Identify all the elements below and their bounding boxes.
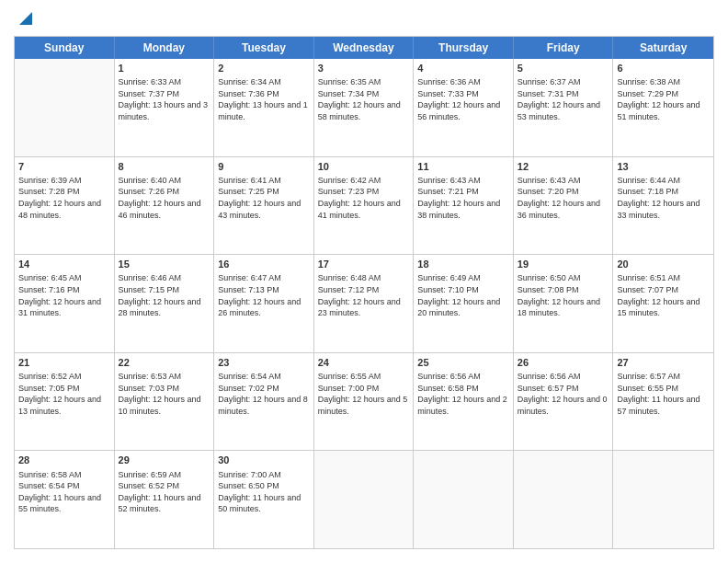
- calendar-cell: 27Sunrise: 6:57 AMSunset: 6:55 PMDayligh…: [613, 353, 713, 451]
- day-number: 24: [318, 356, 410, 369]
- calendar-row-1: 7Sunrise: 6:39 AMSunset: 7:28 PMDaylight…: [15, 157, 713, 256]
- day-number: 16: [218, 258, 310, 270]
- cell-details: Sunrise: 6:34 AMSunset: 7:36 PMDaylight:…: [218, 76, 310, 122]
- cell-details: Sunrise: 6:36 AMSunset: 7:33 PMDaylight:…: [417, 76, 509, 122]
- cell-details: Sunrise: 6:54 AMSunset: 7:02 PMDaylight:…: [218, 371, 310, 417]
- calendar-cell: 14Sunrise: 6:45 AMSunset: 7:16 PMDayligh…: [15, 255, 115, 352]
- calendar-cell: 19Sunrise: 6:50 AMSunset: 7:08 PMDayligh…: [514, 255, 614, 352]
- calendar-cell: 21Sunrise: 6:52 AMSunset: 7:05 PMDayligh…: [15, 353, 115, 451]
- day-number: 10: [318, 160, 410, 173]
- calendar-cell: 3Sunrise: 6:35 AMSunset: 7:34 PMDaylight…: [314, 59, 415, 156]
- calendar-cell: [314, 451, 415, 548]
- calendar-cell: 6Sunrise: 6:38 AMSunset: 7:29 PMDaylight…: [613, 59, 713, 156]
- calendar-body: 1Sunrise: 6:33 AMSunset: 7:37 PMDaylight…: [15, 59, 713, 548]
- day-number: 6: [617, 62, 710, 75]
- day-number: 21: [18, 356, 110, 369]
- calendar-row-2: 14Sunrise: 6:45 AMSunset: 7:16 PMDayligh…: [15, 255, 713, 353]
- calendar-row-4: 28Sunrise: 6:58 AMSunset: 6:54 PMDayligh…: [15, 451, 713, 548]
- day-number: 26: [518, 356, 609, 369]
- calendar-cell: 28Sunrise: 6:58 AMSunset: 6:54 PMDayligh…: [15, 451, 115, 548]
- calendar-cell: 2Sunrise: 6:34 AMSunset: 7:36 PMDaylight…: [214, 59, 314, 156]
- day-header-monday: Monday: [115, 37, 215, 59]
- day-number: 12: [518, 160, 609, 173]
- cell-details: Sunrise: 6:43 AMSunset: 7:21 PMDaylight:…: [417, 175, 509, 221]
- calendar-cell: [15, 59, 115, 156]
- cell-details: Sunrise: 6:33 AMSunset: 7:37 PMDaylight:…: [119, 76, 210, 122]
- calendar-row-0: 1Sunrise: 6:33 AMSunset: 7:37 PMDaylight…: [15, 59, 713, 157]
- calendar-cell: [613, 451, 713, 548]
- day-number: 29: [119, 454, 210, 466]
- cell-details: Sunrise: 6:57 AMSunset: 6:55 PMDaylight:…: [617, 371, 710, 417]
- calendar-cell: 1Sunrise: 6:33 AMSunset: 7:37 PMDaylight…: [115, 59, 215, 156]
- day-number: 7: [18, 160, 110, 173]
- day-header-wednesday: Wednesday: [314, 37, 415, 59]
- cell-details: Sunrise: 6:49 AMSunset: 7:10 PMDaylight:…: [417, 272, 509, 318]
- calendar-cell: [414, 451, 514, 548]
- cell-details: Sunrise: 6:35 AMSunset: 7:34 PMDaylight:…: [318, 76, 410, 122]
- calendar-cell: 11Sunrise: 6:43 AMSunset: 7:21 PMDayligh…: [414, 157, 514, 255]
- cell-details: Sunrise: 6:48 AMSunset: 7:12 PMDaylight:…: [318, 272, 410, 318]
- day-number: 1: [119, 62, 210, 75]
- day-number: 23: [218, 356, 310, 369]
- day-number: 17: [318, 258, 410, 270]
- calendar-cell: 29Sunrise: 6:59 AMSunset: 6:52 PMDayligh…: [115, 451, 215, 548]
- cell-details: Sunrise: 6:55 AMSunset: 7:00 PMDaylight:…: [318, 371, 410, 417]
- calendar-cell: 5Sunrise: 6:37 AMSunset: 7:31 PMDaylight…: [514, 59, 614, 156]
- day-number: 11: [417, 160, 509, 173]
- cell-details: Sunrise: 6:58 AMSunset: 6:54 PMDaylight:…: [18, 469, 110, 515]
- day-number: 19: [518, 258, 609, 270]
- calendar-cell: 10Sunrise: 6:42 AMSunset: 7:23 PMDayligh…: [314, 157, 415, 255]
- cell-details: Sunrise: 6:39 AMSunset: 7:28 PMDaylight:…: [18, 175, 110, 221]
- page: SundayMondayTuesdayWednesdayThursdayFrid…: [0, 0, 728, 563]
- calendar-cell: 18Sunrise: 6:49 AMSunset: 7:10 PMDayligh…: [414, 255, 514, 352]
- day-number: 18: [417, 258, 509, 270]
- calendar-cell: 4Sunrise: 6:36 AMSunset: 7:33 PMDaylight…: [414, 59, 514, 156]
- cell-details: Sunrise: 6:53 AMSunset: 7:03 PMDaylight:…: [119, 371, 210, 417]
- cell-details: Sunrise: 6:52 AMSunset: 7:05 PMDaylight:…: [18, 371, 110, 417]
- cell-details: Sunrise: 6:37 AMSunset: 7:31 PMDaylight:…: [518, 76, 609, 122]
- calendar-cell: 16Sunrise: 6:47 AMSunset: 7:13 PMDayligh…: [214, 255, 314, 352]
- day-number: 8: [119, 160, 210, 173]
- day-number: 20: [617, 258, 710, 270]
- day-number: 4: [417, 62, 509, 75]
- day-header-tuesday: Tuesday: [214, 37, 314, 59]
- day-number: 14: [18, 258, 110, 270]
- logo-icon: [16, 6, 36, 27]
- calendar-cell: 17Sunrise: 6:48 AMSunset: 7:12 PMDayligh…: [314, 255, 415, 352]
- cell-details: Sunrise: 6:59 AMSunset: 6:52 PMDaylight:…: [119, 469, 210, 515]
- cell-details: Sunrise: 6:40 AMSunset: 7:26 PMDaylight:…: [119, 175, 210, 221]
- calendar-cell: 30Sunrise: 7:00 AMSunset: 6:50 PMDayligh…: [214, 451, 314, 548]
- calendar-cell: [514, 451, 614, 548]
- calendar-cell: 8Sunrise: 6:40 AMSunset: 7:26 PMDaylight…: [115, 157, 215, 255]
- day-number: 30: [218, 454, 310, 466]
- calendar-cell: 24Sunrise: 6:55 AMSunset: 7:00 PMDayligh…: [314, 353, 415, 451]
- calendar: SundayMondayTuesdayWednesdayThursdayFrid…: [14, 36, 714, 549]
- cell-details: Sunrise: 6:56 AMSunset: 6:57 PMDaylight:…: [518, 371, 609, 417]
- svg-marker-0: [19, 12, 32, 25]
- calendar-cell: 13Sunrise: 6:44 AMSunset: 7:18 PMDayligh…: [613, 157, 713, 255]
- day-header-sunday: Sunday: [15, 37, 115, 59]
- calendar-row-3: 21Sunrise: 6:52 AMSunset: 7:05 PMDayligh…: [15, 353, 713, 452]
- cell-details: Sunrise: 6:46 AMSunset: 7:15 PMDaylight:…: [119, 272, 210, 318]
- calendar-cell: 20Sunrise: 6:51 AMSunset: 7:07 PMDayligh…: [613, 255, 713, 352]
- day-number: 9: [218, 160, 310, 173]
- calendar-cell: 15Sunrise: 6:46 AMSunset: 7:15 PMDayligh…: [115, 255, 215, 352]
- cell-details: Sunrise: 6:42 AMSunset: 7:23 PMDaylight:…: [318, 175, 410, 221]
- cell-details: Sunrise: 6:50 AMSunset: 7:08 PMDaylight:…: [518, 272, 609, 318]
- cell-details: Sunrise: 7:00 AMSunset: 6:50 PMDaylight:…: [218, 469, 310, 515]
- day-header-friday: Friday: [514, 37, 614, 59]
- day-number: 2: [218, 62, 310, 75]
- cell-details: Sunrise: 6:44 AMSunset: 7:18 PMDaylight:…: [617, 175, 710, 221]
- day-number: 5: [518, 62, 609, 75]
- calendar-cell: 23Sunrise: 6:54 AMSunset: 7:02 PMDayligh…: [214, 353, 314, 451]
- day-number: 15: [119, 258, 210, 270]
- calendar-header: SundayMondayTuesdayWednesdayThursdayFrid…: [15, 37, 713, 59]
- day-number: 13: [617, 160, 710, 173]
- day-number: 25: [417, 356, 509, 369]
- day-number: 22: [119, 356, 210, 369]
- calendar-cell: 7Sunrise: 6:39 AMSunset: 7:28 PMDaylight…: [15, 157, 115, 255]
- header: [14, 14, 714, 27]
- calendar-cell: 22Sunrise: 6:53 AMSunset: 7:03 PMDayligh…: [115, 353, 215, 451]
- cell-details: Sunrise: 6:38 AMSunset: 7:29 PMDaylight:…: [617, 76, 710, 122]
- calendar-cell: 26Sunrise: 6:56 AMSunset: 6:57 PMDayligh…: [514, 353, 614, 451]
